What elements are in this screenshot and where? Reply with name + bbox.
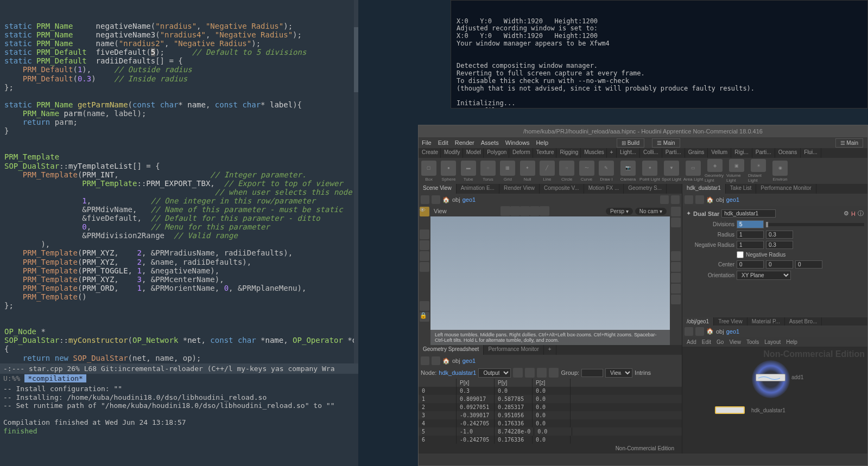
netmenu-go[interactable]: Go: [717, 339, 724, 345]
shelf-tab-colli[interactable]: Colli...: [640, 148, 662, 158]
center-y-input[interactable]: [766, 260, 793, 269]
shelf-tube[interactable]: ▬Tube: [459, 159, 478, 183]
node-add1[interactable]: add1: [756, 374, 785, 381]
pin-icon[interactable]: [660, 195, 669, 204]
scale-tool-icon[interactable]: [420, 262, 429, 272]
table-row[interactable]: 20.09270510.2853170.0: [419, 403, 682, 411]
vpr-tool-5[interactable]: [671, 273, 681, 283]
shelf-tab-muscles[interactable]: Muscles: [581, 148, 606, 158]
center-x-input[interactable]: [737, 260, 764, 269]
center-z-input[interactable]: [795, 260, 822, 269]
shelf-tab-parti[interactable]: Parti...: [662, 148, 685, 158]
vp-tool-4[interactable]: [530, 206, 540, 216]
tab-add[interactable]: +: [544, 345, 556, 355]
nettab-objgeo[interactable]: /obj/geo1: [682, 317, 714, 325]
ss-view-select[interactable]: View: [605, 368, 632, 378]
ss-output-select[interactable]: Output 1: [478, 368, 511, 378]
tab-perfmon[interactable]: Performance Monitor: [484, 345, 543, 355]
link-icon[interactable]: [671, 195, 680, 204]
netmenu-view[interactable]: View: [729, 339, 741, 345]
home-icon[interactable]: 🏠: [442, 196, 450, 203]
shelf-tab-flui[interactable]: Flui...: [801, 148, 821, 158]
shelf-pointlight[interactable]: ✦Point Light: [639, 159, 660, 183]
shelf-tab-polygon[interactable]: Polygon: [484, 148, 509, 158]
divisions-input[interactable]: [737, 220, 764, 228]
ss-path-geo1[interactable]: geo1: [462, 358, 476, 364]
shelf-tab-deform[interactable]: Deform: [509, 148, 533, 158]
node-hdk-dualstar1[interactable]: hdk_dualstar1: [715, 406, 745, 414]
vpr-tool-6[interactable]: [671, 284, 681, 293]
spreadsheet-table[interactable]: P[x] P[y] P[z] 00.30.00.010.8090170.5877…: [419, 379, 682, 445]
divisions-slider[interactable]: [766, 223, 864, 226]
shelf-arealight[interactable]: ▭Area Light: [683, 159, 704, 183]
vp-tool-1[interactable]: [500, 206, 510, 216]
p-path-geo1[interactable]: geo1: [726, 196, 739, 203]
ss-nav-back[interactable]: [421, 356, 429, 365]
tab-animeditor[interactable]: Animation E...: [457, 184, 499, 194]
network-view[interactable]: Non-Commercial Edition add1 hdk_dualstar…: [682, 347, 867, 454]
p-nav-back[interactable]: [685, 195, 693, 204]
terminal-panel[interactable]: X:0 Y:0 Width:1920 Height:1200 Adjusted …: [451, 0, 868, 108]
shelf-tab-model[interactable]: Model: [463, 148, 484, 158]
p-home-icon[interactable]: 🏠: [706, 196, 714, 203]
vpr-tool-4[interactable]: [671, 262, 681, 272]
shelf-sphere[interactable]: ●Sphere: [439, 159, 458, 183]
pointer-tool-icon[interactable]: [420, 301, 429, 311]
viewport[interactable]: View Persp ▾ No cam ▾ Left mouse tumbles…: [430, 206, 670, 345]
nettab-material[interactable]: Material P...: [747, 317, 785, 325]
gear-icon[interactable]: ⚙: [844, 210, 849, 217]
table-row[interactable]: 10.8090170.5877850.0: [419, 395, 682, 403]
build-dropdown[interactable]: ⊞ Build: [617, 138, 644, 148]
netmenu-help[interactable]: Help: [786, 339, 797, 345]
nav-fwd-icon[interactable]: [432, 195, 440, 204]
shelf-torus[interactable]: ○Torus: [479, 159, 497, 183]
nav-back-icon[interactable]: [421, 195, 429, 204]
vp-tool-2[interactable]: [510, 206, 520, 216]
table-row[interactable]: 00.30.00.0: [419, 387, 682, 395]
negradius-checkbox[interactable]: [737, 251, 744, 258]
code-area[interactable]: static PRM_Name negativeName("nradius", …: [0, 0, 358, 371]
radius-input-1[interactable]: [737, 231, 764, 239]
tab-sceneview[interactable]: Scene View: [419, 184, 457, 194]
tab-perfmon2[interactable]: Performance Monitor: [756, 184, 816, 194]
vpr-tool-1[interactable]: [671, 207, 681, 216]
shelf-draw[interactable]: ✎Draw I: [597, 159, 616, 183]
shelf-line[interactable]: ╱Line: [538, 159, 556, 183]
menu-file[interactable]: File: [422, 139, 432, 146]
shelf-spotlight[interactable]: ▼Spot Light: [661, 159, 682, 183]
shelf-distlight[interactable]: ☀Distant Light: [748, 159, 769, 183]
persp-dropdown[interactable]: Persp ▾: [606, 208, 633, 215]
menu-render[interactable]: Render: [455, 139, 474, 146]
menu-help[interactable]: Help: [536, 139, 548, 146]
ss-node-value[interactable]: hdk_dualstar1: [439, 369, 476, 376]
editor-scrollthumb[interactable]: [354, 27, 358, 92]
netmenu-layout[interactable]: Layout: [764, 339, 781, 345]
p-nav-fwd[interactable]: [695, 195, 704, 204]
shelf-box[interactable]: ▢Box: [420, 159, 438, 183]
ss-path-obj[interactable]: obj: [452, 358, 460, 364]
shelf-null[interactable]: ✦Null: [518, 159, 536, 183]
tab-renderview[interactable]: Render View: [499, 184, 540, 194]
table-row[interactable]: 6-0.2427050.1763360.0: [419, 436, 682, 444]
negradius-input-1[interactable]: [737, 241, 764, 249]
shelf-add-icon[interactable]: +: [607, 148, 617, 158]
lock-tool-icon[interactable]: 🔒: [420, 312, 429, 322]
shelf-camera[interactable]: 📷Camera: [618, 159, 638, 183]
nettab-tree[interactable]: Tree View: [714, 317, 747, 325]
netmenu-add[interactable]: Add: [687, 339, 696, 345]
ss-col-pz[interactable]: P[z]: [533, 379, 571, 387]
tab-params[interactable]: hdk_dualstar1: [682, 184, 726, 194]
radius-input-2[interactable]: [766, 231, 793, 239]
ss-nav-fwd[interactable]: [432, 356, 440, 365]
view-tool-icon[interactable]: 👁: [420, 207, 429, 216]
nettab-asset[interactable]: Asset Bro...: [785, 317, 822, 325]
n-home-icon[interactable]: 🏠: [706, 328, 714, 335]
shelf-tab-create[interactable]: Create: [419, 148, 441, 158]
vp-tool-3[interactable]: [520, 206, 530, 216]
rotate-tool-icon[interactable]: [420, 251, 429, 261]
houdini-titlebar[interactable]: /home/kuba/PRJ/houdini_reload/aaa.hipnc …: [419, 125, 867, 137]
editor-scrollbar[interactable]: [354, 0, 358, 366]
tab-composite[interactable]: Composite V...: [540, 184, 584, 194]
shelf-tab-grains[interactable]: Grains: [685, 148, 708, 158]
node-name-input[interactable]: [721, 209, 776, 218]
